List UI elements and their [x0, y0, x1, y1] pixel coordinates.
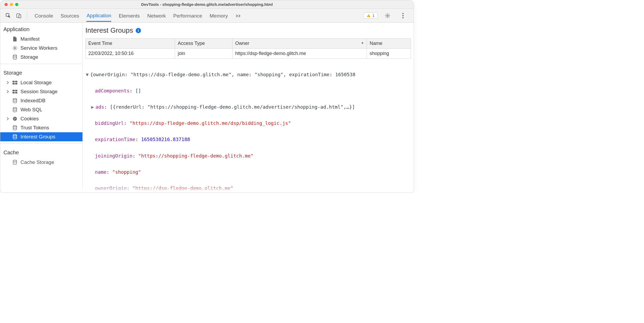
svg-rect-11 — [13, 81, 15, 82]
more-tabs-button[interactable] — [235, 11, 241, 21]
cell-owner: https://dsp-fledge-demo.glitch.me — [232, 49, 367, 59]
svg-point-22 — [14, 118, 15, 118]
col-name[interactable]: Name — [367, 39, 411, 49]
svg-point-20 — [13, 108, 16, 109]
tab-application[interactable]: Application — [86, 9, 111, 22]
sidebar-item-websql[interactable]: Web SQL — [0, 105, 82, 114]
interest-groups-panel: Interest Groups i Event Time Access Type… — [83, 23, 414, 193]
file-icon — [12, 36, 18, 42]
panel-body: Application Manifest Service Workers Sto… — [0, 23, 414, 193]
sidebar-item-session-storage[interactable]: Session Storage — [0, 87, 82, 96]
info-icon[interactable]: i — [136, 28, 141, 33]
db-icon — [12, 54, 18, 60]
tab-performance[interactable]: Performance — [173, 10, 202, 22]
db-icon — [12, 159, 18, 165]
svg-rect-14 — [15, 83, 17, 84]
sidebar-item-manifest[interactable]: Manifest — [0, 35, 82, 44]
sidebar-section-storage: Storage — [0, 66, 82, 78]
inspect-icon — [5, 13, 11, 19]
svg-point-23 — [15, 118, 16, 119]
chevron-right-icon — [6, 81, 9, 84]
panel-title-row: Interest Groups i — [85, 26, 411, 38]
sidebar-item-label: Local Storage — [20, 80, 52, 86]
table-header-row: Event Time Access Type Owner▲ Name — [86, 39, 411, 49]
expand-toggle[interactable]: ▶ — [91, 103, 94, 111]
issues-badge[interactable]: 1 — [364, 12, 377, 19]
sidebar-item-label: Manifest — [20, 36, 40, 42]
grid-icon — [12, 89, 18, 95]
sidebar-item-label: Cache Storage — [20, 159, 54, 165]
chevron-right-icon — [6, 90, 9, 93]
devtools-window: DevTools - shopping-fledge-demo.glitch.m… — [0, 0, 414, 193]
settings-button[interactable] — [382, 10, 393, 21]
svg-point-8 — [402, 17, 404, 18]
sidebar-item-label: Session Storage — [20, 89, 57, 95]
svg-rect-16 — [15, 90, 17, 91]
tab-network[interactable]: Network — [147, 10, 166, 22]
sidebar-item-cache-storage[interactable]: Cache Storage — [0, 158, 82, 167]
sidebar-item-label: Cookies — [20, 116, 39, 122]
tab-console[interactable]: Console — [35, 10, 53, 22]
sidebar-item-cookies[interactable]: Cookies — [0, 114, 82, 123]
sidebar-item-label: Storage — [20, 54, 38, 60]
svg-rect-12 — [15, 81, 17, 82]
close-window-button[interactable] — [5, 3, 8, 6]
tab-sources[interactable]: Sources — [61, 10, 79, 22]
col-access-type[interactable]: Access Type — [175, 39, 232, 49]
svg-point-6 — [402, 13, 404, 14]
db-icon — [12, 134, 18, 140]
panel-title: Interest Groups — [85, 26, 133, 35]
expand-toggle[interactable]: ▼ — [85, 71, 89, 79]
col-owner[interactable]: Owner▲ — [232, 39, 367, 49]
svg-point-26 — [13, 135, 16, 136]
sidebar-item-local-storage[interactable]: Local Storage — [0, 78, 82, 87]
db-icon — [12, 98, 18, 104]
grid-icon — [12, 80, 18, 86]
sidebar-item-label: Trust Tokens — [20, 125, 49, 131]
gear-icon — [12, 45, 18, 51]
svg-rect-4 — [368, 16, 369, 16]
tab-elements[interactable]: Elements — [119, 10, 140, 22]
chevron-right-icon — [6, 117, 9, 120]
kebab-icon — [402, 13, 404, 19]
chevron-double-right-icon — [235, 14, 241, 18]
toolbar-divider — [27, 12, 27, 19]
minimize-window-button[interactable] — [10, 3, 13, 6]
sidebar-item-storage[interactable]: Storage — [0, 53, 82, 62]
svg-point-27 — [13, 160, 16, 162]
cell-access-type: join — [175, 49, 232, 59]
inspect-element-button[interactable] — [3, 10, 14, 21]
svg-rect-13 — [13, 83, 15, 84]
sidebar-item-indexeddb[interactable]: IndexedDB — [0, 96, 82, 105]
details-json-viewer[interactable]: ▼{ownerOrigin: "https://dsp-fledge-demo.… — [85, 59, 411, 190]
cell-name: shopping — [367, 49, 411, 59]
cell-event-time: 22/03/2022, 10:50:16 — [86, 49, 175, 59]
device-toolbar-button[interactable] — [14, 10, 24, 21]
svg-rect-15 — [13, 90, 15, 91]
toolbar-right: 1 — [364, 10, 411, 21]
sidebar-item-trust-tokens[interactable]: Trust Tokens — [0, 123, 82, 132]
sidebar-item-label: Interest Groups — [20, 134, 55, 140]
sidebar-item-service-workers[interactable]: Service Workers — [0, 44, 82, 53]
svg-point-9 — [14, 47, 15, 49]
sidebar-section-application: Application — [0, 23, 82, 35]
zoom-window-button[interactable] — [15, 3, 18, 6]
col-event-time[interactable]: Event Time — [86, 39, 175, 49]
db-icon — [12, 107, 18, 113]
table-row[interactable]: 22/03/2022, 10:50:16 join https://dsp-fl… — [86, 49, 411, 59]
svg-point-21 — [13, 117, 17, 121]
sidebar-item-label: Web SQL — [20, 107, 42, 113]
svg-rect-3 — [368, 15, 369, 16]
more-options-button[interactable] — [398, 10, 408, 21]
sort-asc-icon: ▲ — [361, 41, 364, 44]
sidebar-section-cache: Cache — [0, 146, 82, 158]
svg-point-5 — [387, 15, 388, 16]
svg-rect-17 — [13, 92, 15, 94]
svg-rect-2 — [19, 15, 21, 18]
svg-point-25 — [13, 126, 16, 127]
sidebar-item-label: IndexedDB — [20, 98, 45, 104]
traffic-lights — [5, 3, 18, 6]
tab-memory[interactable]: Memory — [210, 10, 228, 22]
sidebar-item-interest-groups[interactable]: Interest Groups — [0, 132, 82, 141]
interest-groups-table: Event Time Access Type Owner▲ Name 22/03… — [85, 38, 411, 59]
